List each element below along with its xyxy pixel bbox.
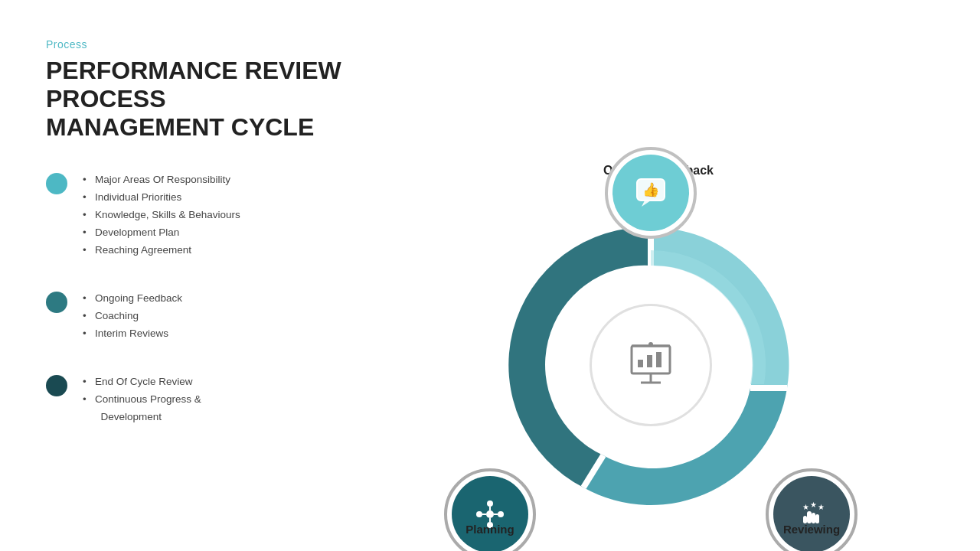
- node-outer-top: 👍: [605, 147, 697, 239]
- svg-text:★: ★: [818, 503, 825, 511]
- svg-point-17: [498, 511, 504, 517]
- presentation-icon: [624, 338, 678, 392]
- bullet-group-1: Major Areas Of Responsibility Individual…: [46, 171, 368, 259]
- left-panel: Major Areas Of Responsibility Individual…: [46, 164, 368, 456]
- node-outer-planning: [444, 468, 536, 551]
- feedback-icon: 👍: [634, 176, 668, 210]
- svg-marker-14: [642, 201, 651, 207]
- bullet-list-3: End Of Cycle Review Continuous Progress …: [83, 373, 201, 426]
- svg-point-16: [487, 500, 493, 507]
- list-item: Interim Reviews: [83, 325, 182, 343]
- svg-text:★: ★: [810, 500, 817, 509]
- svg-text:👍: 👍: [642, 181, 660, 198]
- bullet-list-2: Ongoing Feedback Coaching Interim Review…: [83, 290, 182, 343]
- list-item: End Of Cycle Review: [83, 373, 201, 391]
- diagram-container: 👍: [467, 181, 835, 549]
- svg-point-19: [476, 511, 482, 517]
- title-line1: PERFORMANCE REVIEW PROCESS: [46, 57, 341, 112]
- right-panel: Ongoing Feedback: [368, 164, 934, 549]
- center-circle: [590, 304, 712, 426]
- list-item: Coaching: [83, 308, 182, 325]
- dot-1: [46, 173, 67, 194]
- node-inner-top: 👍: [612, 155, 689, 231]
- list-item: Ongoing Feedback: [83, 290, 182, 308]
- list-item: Knowledge, Skills & Behaviours: [83, 207, 240, 224]
- list-item: Continuous Progress & Development: [83, 391, 201, 426]
- bullet-group-3: End Of Cycle Review Continuous Progress …: [46, 373, 368, 426]
- dot-3: [46, 375, 67, 396]
- list-item: Reaching Agreement: [83, 242, 240, 259]
- svg-rect-6: [656, 352, 662, 367]
- list-item: Individual Priorities: [83, 189, 240, 207]
- title-line2: MANAGEMENT CYCLE: [46, 113, 314, 141]
- main-title: PERFORMANCE REVIEW PROCESS MANAGEMENT CY…: [46, 57, 413, 141]
- bullet-list-1: Major Areas Of Responsibility Individual…: [83, 171, 240, 259]
- svg-point-10: [648, 342, 653, 347]
- svg-rect-4: [638, 360, 643, 367]
- node-outer-reviewing: ★ ★ ★: [766, 468, 858, 551]
- svg-rect-5: [647, 355, 652, 367]
- svg-rect-24: [807, 511, 812, 523]
- node-inner-reviewing: ★ ★ ★: [773, 476, 850, 551]
- list-item: Development Plan: [83, 224, 240, 242]
- node-inner-planning: [452, 476, 528, 551]
- bullet-group-2: Ongoing Feedback Coaching Interim Review…: [46, 290, 368, 343]
- svg-text:★: ★: [802, 503, 809, 511]
- slide: Process PERFORMANCE REVIEW PROCESS MANAG…: [0, 0, 980, 551]
- list-item: Major Areas Of Responsibility: [83, 171, 240, 189]
- dot-2: [46, 292, 67, 313]
- process-label: Process: [46, 38, 934, 51]
- svg-rect-25: [812, 513, 815, 523]
- reviewing-label: Reviewing: [783, 523, 840, 536]
- planning-label: Planning: [466, 523, 514, 536]
- svg-point-15: [486, 510, 494, 518]
